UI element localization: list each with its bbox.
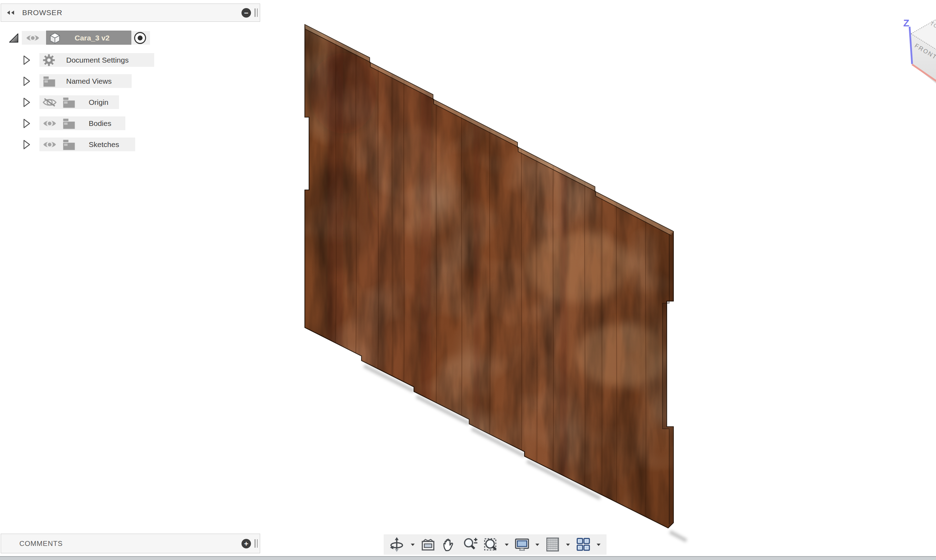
tree-row-root-component[interactable]: Cara_3 v2 bbox=[0, 30, 165, 46]
wood-grain-texture bbox=[299, 19, 683, 537]
display-settings-icon[interactable] bbox=[514, 537, 530, 552]
add-comment-button[interactable]: + bbox=[242, 539, 251, 548]
viewcube-z-axis bbox=[910, 27, 912, 64]
folder-icon bbox=[62, 97, 76, 108]
tree-item-label[interactable]: Bodies bbox=[89, 119, 111, 128]
look-at-icon[interactable] bbox=[420, 537, 436, 552]
tree-row-origin[interactable]: Origin bbox=[0, 95, 165, 110]
orbit-icon[interactable] bbox=[389, 537, 406, 552]
eye-icon[interactable] bbox=[25, 34, 40, 43]
dropdown-arrow-icon[interactable] bbox=[410, 543, 415, 546]
collapse-panel-icon[interactable] bbox=[5, 10, 16, 15]
tree-row-bodies[interactable]: Bodies bbox=[0, 116, 165, 131]
zoom-window-icon[interactable] bbox=[483, 537, 500, 552]
panel-resize-grip[interactable] bbox=[254, 8, 258, 17]
tree-item-label[interactable]: Document Settings bbox=[66, 56, 128, 65]
grid-settings-icon[interactable] bbox=[544, 537, 561, 552]
expand-arrow-icon[interactable] bbox=[23, 76, 30, 86]
eye-hidden-icon[interactable] bbox=[42, 98, 57, 107]
browser-panel-title: BROWSER bbox=[22, 8, 62, 17]
gear-icon bbox=[42, 54, 56, 67]
dropdown-arrow-icon[interactable] bbox=[566, 543, 570, 546]
expand-arrow-icon[interactable] bbox=[23, 55, 30, 65]
component-cube-icon bbox=[49, 32, 61, 45]
dropdown-arrow-icon[interactable] bbox=[504, 543, 509, 546]
timeline-edge-strip bbox=[0, 556, 936, 560]
tree-item-label[interactable]: Named Views bbox=[66, 77, 112, 86]
root-component-label[interactable]: Cara_3 v2 bbox=[75, 34, 109, 42]
tree-item-label[interactable]: Sketches bbox=[89, 140, 119, 149]
folder-icon bbox=[62, 139, 76, 151]
root-expand-triangle-icon[interactable] bbox=[8, 33, 19, 43]
tree-row-document-settings[interactable]: Document Settings bbox=[0, 52, 165, 68]
viewcube-z-label: Z bbox=[903, 18, 909, 29]
comments-panel-header: COMMENTS + bbox=[1, 534, 260, 553]
expand-arrow-icon[interactable] bbox=[23, 118, 30, 128]
comments-panel-title: COMMENTS bbox=[19, 540, 63, 548]
minimize-panel-button[interactable]: − bbox=[242, 8, 251, 18]
dropdown-arrow-icon[interactable] bbox=[596, 543, 601, 546]
expand-arrow-icon[interactable] bbox=[23, 97, 30, 107]
pan-icon[interactable] bbox=[441, 537, 457, 552]
tree-item-label[interactable]: Origin bbox=[89, 98, 108, 106]
dropdown-arrow-icon[interactable] bbox=[535, 543, 540, 546]
expand-arrow-icon[interactable] bbox=[23, 140, 30, 149]
activate-component-radio-icon[interactable] bbox=[133, 31, 147, 45]
navigation-toolbar bbox=[384, 534, 606, 555]
panel-resize-grip[interactable] bbox=[254, 539, 258, 548]
zoom-icon[interactable] bbox=[462, 537, 478, 552]
eye-icon[interactable] bbox=[42, 140, 57, 149]
folder-icon bbox=[42, 75, 56, 87]
viewcube[interactable]: Z FRONT TOP bbox=[903, 18, 936, 85]
browser-panel-header: BROWSER − bbox=[1, 3, 260, 22]
folder-icon bbox=[62, 118, 76, 129]
tree-row-named-views[interactable]: Named Views bbox=[0, 74, 165, 89]
tree-row-sketches[interactable]: Sketches bbox=[0, 137, 165, 152]
viewports-icon[interactable] bbox=[575, 537, 591, 552]
eye-icon[interactable] bbox=[42, 119, 57, 128]
